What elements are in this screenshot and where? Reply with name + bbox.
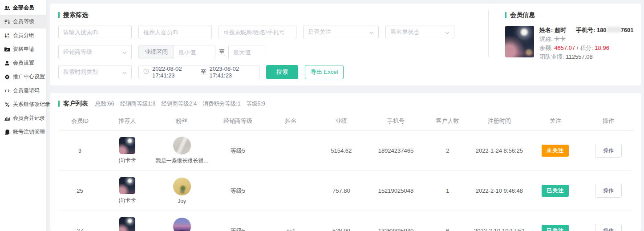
sidebar-item-label: 会员等级: [13, 18, 34, 25]
date-start-value: 2022-08-02 17:41:23: [152, 65, 198, 79]
cell-customers: 6: [426, 227, 469, 231]
sidebar-item-member-level[interactable]: 会员等级: [0, 15, 46, 28]
az-sort-icon: AZ: [4, 32, 10, 39]
chevron-down-icon: [445, 29, 450, 36]
col-referrer: 推荐人: [101, 117, 153, 125]
referrer-id-input[interactable]: [138, 25, 212, 39]
users-icon: [4, 5, 10, 11]
fan-avatar: [173, 137, 191, 154]
search-filter-section: 搜索筛选 是否关注 黑名单状态: [50, 4, 488, 85]
cell-dealer-level: 等级5: [211, 227, 265, 231]
cell-action: 操作: [581, 144, 636, 158]
table-row: 27 (1)卡卡 Lazy Cat 等级5 cs1 528.00 1326389…: [58, 211, 633, 231]
search-id-input[interactable]: [58, 25, 132, 39]
member-phone-label: 手机号:: [576, 27, 597, 33]
cell-fan: Lazy Cat: [153, 218, 211, 231]
cell-phone: 13263895940: [366, 227, 426, 231]
col-action: 操作: [581, 117, 636, 125]
customer-table: 会员ID 推荐人 粉丝 经销商等级 姓名 业绩 手机号 客户人数 注册时间 关注…: [58, 111, 633, 231]
follow-status-select[interactable]: 是否关注: [303, 25, 379, 39]
sidebar-item-member-group[interactable]: AZ 会员分组: [0, 28, 46, 42]
col-customers: 客户人数: [426, 117, 469, 125]
col-phone: 手机号: [366, 117, 426, 125]
pages-icon: [4, 129, 10, 135]
page: 全部会员 会员等级 AZ 会员分组 资格申请 会员设置 推广中心设置 会员邀请码: [0, 0, 644, 231]
member-phone-suffix: 7601: [621, 27, 634, 33]
stat-dealer-level-2: 经销商等级2:4: [161, 100, 197, 108]
points-value: 18.96: [595, 45, 609, 51]
referrer-avatar: [119, 137, 135, 154]
cell-performance: 5154.62: [317, 147, 366, 154]
stat-total: 总数:66: [95, 100, 114, 108]
svg-text:A: A: [7, 33, 9, 36]
col-follow: 关注: [530, 117, 581, 125]
keyword-input[interactable]: [219, 25, 296, 39]
sidebar-item-qualification[interactable]: 资格申请: [0, 42, 46, 56]
date-end-value: 2023-08-02 17:41:23: [210, 65, 255, 79]
cell-fan: 我是一条很长很长很...: [153, 137, 211, 165]
fan-avatar: [173, 178, 191, 195]
sidebar-item-merge-log[interactable]: 会员合并记录: [0, 111, 46, 125]
link-icon: [4, 101, 10, 108]
customer-list-title-text: 客户列表: [63, 100, 88, 108]
performance-max-input[interactable]: [229, 45, 266, 59]
row-action-button[interactable]: 操作: [595, 144, 622, 158]
search-button[interactable]: 搜索: [266, 65, 298, 79]
row-action-button[interactable]: 操作: [595, 224, 622, 231]
team-perf-label: 团队业绩:: [539, 53, 566, 60]
performance-max-box: [228, 45, 266, 59]
cell-follow: 未关注: [530, 145, 581, 157]
time-type-select[interactable]: 搜索时间类型: [58, 65, 132, 79]
performance-min-input[interactable]: [174, 45, 215, 59]
follow-badge: 已关注: [542, 185, 569, 197]
search-filter-title-text: 搜索筛选: [63, 11, 88, 19]
blacklist-status-select[interactable]: 黑名单状态: [385, 25, 454, 39]
col-fan: 粉丝: [153, 117, 211, 125]
sidebar-item-label: 全部会员: [13, 4, 34, 12]
title-accent-bar: [58, 12, 60, 18]
follow-status-select-value: 是否关注: [308, 28, 331, 36]
points-label: 积分:: [580, 45, 595, 51]
cell-phone: 18924237465: [366, 147, 426, 154]
member-info-title-text: 会员信息: [510, 11, 535, 19]
col-name: 姓名: [265, 117, 317, 125]
table-row: 3 (1)卡卡 我是一条很长很长很... 等级5 5154.62 1892423…: [58, 131, 633, 171]
level-sort-icon: [4, 19, 10, 25]
date-range-input[interactable]: 2022-08-02 17:41:23 至 2023-08-02 17:41:2…: [138, 65, 259, 79]
balance-label: 余额:: [539, 45, 554, 51]
sidebar-item-promotion-settings[interactable]: 推广中心设置: [0, 70, 46, 84]
range-to-label: 至: [219, 48, 225, 56]
cell-register-time: 2022-2-10 10:17:52: [469, 227, 530, 231]
person-icon: [4, 60, 10, 66]
team-perf-value: 112557.08: [566, 53, 593, 60]
fan-name: 我是一条很长很长很...: [156, 157, 208, 165]
cell-member-id: 27: [58, 227, 101, 231]
member-team-perf-line: 团队业绩: 112557.08: [539, 53, 634, 61]
sidebar-item-member-settings[interactable]: 会员设置: [0, 56, 46, 70]
sidebar-item-relation-log[interactable]: 关系链修改记录: [0, 97, 46, 111]
sidebar-item-account-cancel[interactable]: 账号注销管理: [0, 125, 46, 139]
cell-referrer: (1)卡卡: [101, 177, 153, 204]
svg-text:Z: Z: [8, 36, 9, 38]
col-member-id: 会员ID: [58, 117, 101, 125]
sidebar-item-invite-code[interactable]: 会员邀请码: [0, 84, 46, 97]
row-action-button[interactable]: 操作: [595, 184, 622, 198]
chevron-down-icon: [369, 29, 374, 36]
main-content: 搜索筛选 是否关注 黑名单状态: [46, 0, 644, 231]
sidebar-item-label: 会员邀请码: [13, 87, 40, 94]
sidebar-item-label: 关系链修改记录: [13, 101, 50, 108]
sidebar-item-all-members[interactable]: 全部会员: [0, 1, 46, 15]
slash: /: [577, 45, 579, 51]
dealer-level-select[interactable]: 经销商等级: [58, 45, 132, 59]
cell-customers: 1: [426, 187, 469, 194]
sidebar-item-label: 资格申请: [13, 45, 34, 53]
table-header-row: 会员ID 推荐人 粉丝 经销商等级 姓名 业绩 手机号 客户人数 注册时间 关注…: [58, 111, 633, 131]
cell-fan: Joy: [153, 178, 211, 204]
balance-value: 4657.07: [554, 45, 575, 51]
sidebar-item-label: 推广中心设置: [13, 73, 45, 81]
top-card: 搜索筛选 是否关注 黑名单状态: [50, 4, 641, 85]
sidebar-item-label: 会员分组: [13, 32, 34, 39]
folder-check-icon: [4, 46, 10, 53]
cell-dealer-level: 等级5: [211, 187, 265, 195]
export-excel-button[interactable]: 导出 Excel: [305, 65, 344, 79]
